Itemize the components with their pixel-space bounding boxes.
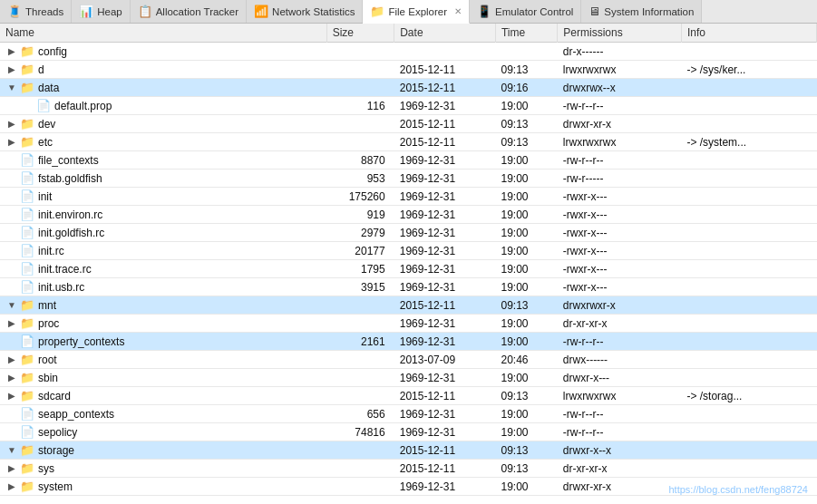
expand-arrow-14[interactable]: ▼: [5, 300, 18, 310]
tab-emulator[interactable]: 📱Emulator Control: [470, 0, 581, 23]
time-cell-10: 19:00: [495, 224, 557, 242]
time-cell-22: 09:13: [495, 441, 557, 460]
col-header-time[interactable]: Time: [495, 24, 557, 43]
row-name-11: init.rc: [38, 245, 64, 257]
time-cell-14: 09:13: [495, 296, 557, 315]
table-row[interactable]: ▶📁proc1969-12-3119:00dr-xr-xr-x: [0, 315, 817, 333]
info-cell-11: [681, 242, 816, 260]
file-icon-7: 📄: [20, 171, 34, 185]
file-icon-13: 📄: [20, 280, 34, 294]
folder-icon-19: 📁: [20, 389, 34, 402]
time-cell-8: 19:00: [495, 188, 557, 206]
table-row[interactable]: ▼📁data2015-12-1109:16drwxrwx--x: [0, 79, 817, 97]
info-cell-1: -> /sys/ker...: [681, 61, 816, 79]
tab-close-fileexplorer[interactable]: ✕: [454, 6, 462, 16]
table-row[interactable]: 📄init.rc201771969-12-3119:00-rwxr-x---: [0, 242, 817, 260]
table-row[interactable]: 📄property_contexts21611969-12-3119:00-rw…: [0, 333, 817, 351]
table-row[interactable]: 📄default.prop1161969-12-3119:00-rw-r--r-…: [0, 97, 817, 115]
expand-arrow-18[interactable]: ▶: [5, 373, 18, 383]
file-table-body: ▶📁configdr-x------▶📁d2015-12-1109:13lrwx…: [0, 43, 817, 496]
perms-cell-13: -rwxr-x---: [558, 278, 682, 296]
table-row[interactable]: 📄init.usb.rc39151969-12-3119:00-rwxr-x--…: [0, 278, 817, 296]
table-row[interactable]: 📄init1752601969-12-3119:00-rwxr-x---: [0, 188, 817, 206]
name-cell-8: 📄init: [0, 188, 326, 206]
time-cell-7: 19:00: [495, 170, 557, 188]
info-cell-15: [681, 315, 816, 333]
expand-arrow-1[interactable]: ▶: [5, 64, 18, 74]
table-row[interactable]: ▶📁dev2015-12-1109:13drwxr-xr-x: [0, 115, 817, 133]
table-row[interactable]: 📄init.trace.rc17951969-12-3119:00-rwxr-x…: [0, 260, 817, 278]
perms-cell-16: -rw-r--r--: [558, 333, 682, 351]
table-row[interactable]: 📄sepolicy748161969-12-3119:00-rw-r--r--: [0, 423, 817, 441]
sysinfo-tab-icon: 🖥: [588, 5, 600, 18]
table-row[interactable]: ▼📁storage2015-12-1109:13drwxr-x--x: [0, 441, 817, 460]
table-row[interactable]: ▶📁configdr-x------: [0, 43, 817, 61]
col-header-name[interactable]: Name: [0, 24, 326, 43]
col-header-info[interactable]: Info: [681, 24, 816, 43]
table-row[interactable]: ▶📁sdcard2015-12-1109:13lrwxrwxrwx-> /sto…: [0, 387, 817, 405]
name-cell-16: 📄property_contexts: [0, 333, 326, 351]
date-cell-3: 1969-12-31: [394, 97, 496, 115]
time-cell-2: 09:16: [495, 79, 557, 97]
name-cell-21: 📄sepolicy: [0, 423, 326, 441]
time-cell-23: 09:13: [495, 460, 557, 478]
col-header-perms[interactable]: Permissions: [558, 24, 682, 43]
expand-arrow-2[interactable]: ▼: [5, 82, 18, 92]
table-row[interactable]: ▶📁root2013-07-0920:46drwx------: [0, 351, 817, 369]
expand-arrow-22[interactable]: ▼: [5, 445, 18, 455]
date-cell-8: 1969-12-31: [394, 188, 496, 206]
tab-heap[interactable]: 📊Heap: [72, 0, 131, 23]
expand-arrow-23[interactable]: ▶: [5, 463, 18, 473]
table-row[interactable]: 📄fstab.goldfish9531969-12-3119:00-rw-r--…: [0, 170, 817, 188]
tab-threads[interactable]: 🧵Threads: [0, 0, 72, 23]
size-cell-15: [326, 315, 394, 333]
date-cell-6: 1969-12-31: [394, 151, 496, 170]
table-row[interactable]: ▶📁sbin1969-12-3119:00drwxr-x---: [0, 369, 817, 387]
table-row[interactable]: ▶📁system1969-12-3119:00drwxr-xr-x: [0, 478, 817, 496]
expand-arrow-5[interactable]: ▶: [5, 137, 18, 147]
tab-label-sysinfo: System Information: [604, 6, 694, 17]
col-header-date[interactable]: Date: [394, 24, 496, 43]
table-row[interactable]: ▼📁mnt2015-12-1109:13drwxrwxr-x: [0, 296, 817, 315]
folder-icon-18: 📁: [20, 371, 34, 384]
file-icon-10: 📄: [20, 226, 34, 239]
file-icon-8: 📄: [20, 189, 34, 203]
time-cell-13: 19:00: [495, 278, 557, 296]
date-cell-11: 1969-12-31: [394, 242, 496, 260]
size-cell-23: [326, 460, 394, 478]
table-row[interactable]: ▶📁d2015-12-1109:13lrwxrwxrwx-> /sys/ker.…: [0, 61, 817, 79]
tab-sysinfo[interactable]: 🖥System Information: [581, 0, 702, 23]
tab-bar: 🧵Threads📊Heap📋Allocation Tracker📶Network…: [0, 0, 817, 24]
file-icon-6: 📄: [20, 153, 34, 167]
info-cell-13: [681, 278, 816, 296]
date-cell-19: 2015-12-11: [394, 387, 496, 405]
expand-arrow-15[interactable]: ▶: [5, 318, 18, 328]
table-row[interactable]: 📄file_contexts88701969-12-3119:00-rw-r--…: [0, 151, 817, 170]
date-cell-15: 1969-12-31: [394, 315, 496, 333]
tab-fileexplorer[interactable]: 📁File Explorer✕: [363, 0, 470, 24]
expand-arrow-19[interactable]: ▶: [5, 391, 18, 401]
row-name-1: d: [38, 63, 44, 76]
tab-allocation[interactable]: 📋Allocation Tracker: [131, 0, 247, 23]
perms-cell-7: -rw-r-----: [558, 170, 682, 188]
network-tab-icon: 📶: [254, 5, 268, 18]
info-cell-16: [681, 333, 816, 351]
perms-cell-23: dr-xr-xr-x: [558, 460, 682, 478]
col-header-size[interactable]: Size: [326, 24, 394, 43]
table-row[interactable]: 📄seapp_contexts6561969-12-3119:00-rw-r--…: [0, 405, 817, 423]
time-cell-21: 19:00: [495, 423, 557, 441]
table-row[interactable]: ▶📁sys2015-12-1109:13dr-xr-xr-x: [0, 460, 817, 478]
expand-arrow-24[interactable]: ▶: [5, 481, 18, 491]
table-row[interactable]: ▶📁etc2015-12-1109:13lrwxrwxrwx-> /system…: [0, 133, 817, 151]
expand-arrow-4[interactable]: ▶: [5, 119, 18, 129]
perms-cell-20: -rw-r--r--: [558, 405, 682, 423]
perms-cell-2: drwxrwx--x: [558, 79, 682, 97]
name-cell-10: 📄init.goldfish.rc: [0, 224, 326, 242]
expand-arrow-0[interactable]: ▶: [5, 46, 18, 56]
tab-network[interactable]: 📶Network Statistics: [247, 0, 363, 23]
table-row[interactable]: 📄init.environ.rc9191969-12-3119:00-rwxr-…: [0, 206, 817, 224]
size-cell-10: 2979: [326, 224, 394, 242]
time-cell-1: 09:13: [495, 61, 557, 79]
expand-arrow-17[interactable]: ▶: [5, 354, 18, 364]
table-row[interactable]: 📄init.goldfish.rc29791969-12-3119:00-rwx…: [0, 224, 817, 242]
